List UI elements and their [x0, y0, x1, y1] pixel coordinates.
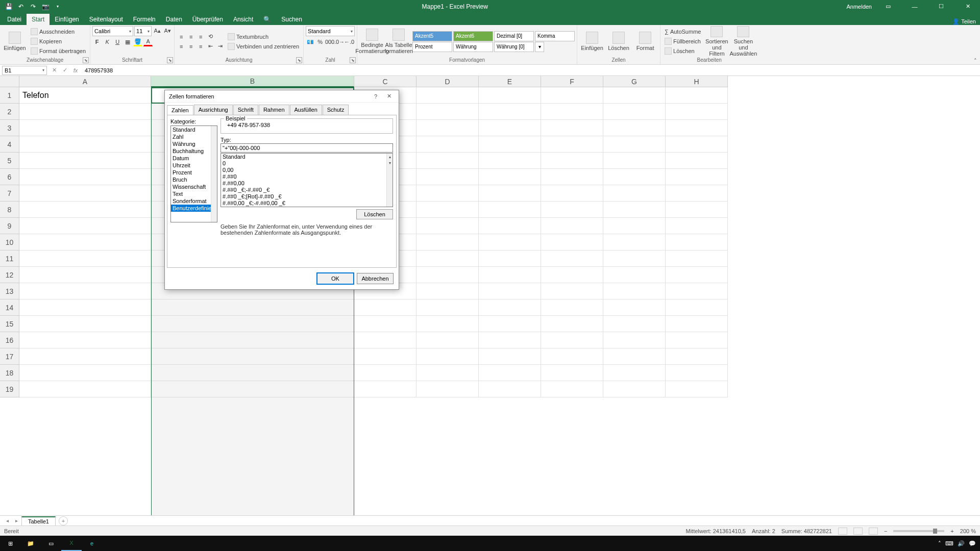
tab-review[interactable]: Überprüfen — [187, 14, 228, 25]
minimize-icon[interactable]: — — [904, 0, 925, 13]
row-header[interactable]: 13 — [0, 283, 19, 299]
category-list[interactable]: StandardZahlWährungBuchhaltungDatumUhrze… — [170, 126, 217, 222]
cell[interactable] — [541, 202, 603, 218]
style-gallery-more-icon[interactable]: ▾ — [535, 42, 544, 52]
cell[interactable] — [541, 365, 603, 381]
cell[interactable] — [541, 185, 603, 202]
cell[interactable] — [416, 218, 479, 234]
cell[interactable] — [479, 87, 541, 104]
cell[interactable] — [19, 169, 151, 185]
category-item[interactable]: Standard — [171, 126, 217, 133]
col-header-F[interactable]: F — [541, 76, 603, 87]
sort-filter-button[interactable]: Sortieren und Filtern — [704, 26, 729, 57]
scroll-up-icon[interactable]: ▴ — [387, 154, 393, 160]
col-header-H[interactable]: H — [666, 76, 728, 87]
style-dezimal[interactable]: Dezimal [0] — [494, 31, 534, 41]
cell[interactable] — [666, 283, 728, 299]
cell[interactable] — [19, 104, 151, 120]
cell[interactable] — [19, 251, 151, 267]
cell[interactable] — [354, 348, 416, 365]
cell[interactable] — [666, 332, 728, 348]
cell[interactable] — [416, 234, 479, 251]
cell[interactable] — [603, 381, 666, 397]
cell[interactable] — [541, 299, 603, 316]
cell[interactable] — [19, 153, 151, 169]
thousands-icon[interactable]: 000 — [325, 37, 334, 46]
cell[interactable] — [541, 316, 603, 332]
cell[interactable] — [479, 185, 541, 202]
zoom-out-icon[interactable]: − — [884, 528, 887, 534]
row-header[interactable]: 1 — [0, 87, 19, 104]
col-header-D[interactable]: D — [416, 76, 479, 87]
cell[interactable] — [19, 332, 151, 348]
cell[interactable] — [603, 169, 666, 185]
cancel-formula-icon[interactable]: ✕ — [49, 66, 59, 75]
cell[interactable] — [666, 185, 728, 202]
collapse-ribbon-icon[interactable]: ˄ — [971, 25, 980, 64]
cell[interactable] — [666, 316, 728, 332]
cell[interactable] — [416, 332, 479, 348]
cell[interactable] — [603, 234, 666, 251]
cell[interactable] — [603, 136, 666, 153]
cell[interactable] — [603, 120, 666, 136]
cell[interactable] — [416, 104, 479, 120]
cell[interactable] — [603, 218, 666, 234]
keyboard-icon[interactable]: ⌨ — [945, 540, 953, 547]
add-sheet-icon[interactable]: + — [59, 516, 68, 525]
page-break-view-icon[interactable] — [869, 528, 878, 535]
cell[interactable] — [479, 136, 541, 153]
cell[interactable] — [416, 365, 479, 381]
type-item[interactable]: #.##0 _€;-#.##0 _€ — [221, 187, 393, 193]
tab-data[interactable]: Daten — [161, 14, 187, 25]
row-header[interactable]: 10 — [0, 234, 19, 251]
dtab-ausfuellen[interactable]: Ausfüllen — [290, 105, 322, 115]
cell[interactable] — [479, 316, 541, 332]
cell[interactable] — [603, 153, 666, 169]
delete-cells-button[interactable]: Löschen — [606, 26, 631, 57]
row-header[interactable]: 15 — [0, 316, 19, 332]
sheet-tab-1[interactable]: Tabelle1 — [21, 516, 56, 525]
cell[interactable] — [19, 218, 151, 234]
tab-file[interactable]: Datei — [2, 14, 27, 25]
dialog-launcher-icon[interactable]: ⬊ — [350, 57, 356, 63]
merge-center-button[interactable]: Verbinden und zentrieren — [226, 42, 301, 51]
row-header[interactable]: 6 — [0, 169, 19, 185]
cell[interactable] — [666, 299, 728, 316]
row-header[interactable]: 4 — [0, 136, 19, 153]
cell[interactable] — [151, 365, 354, 381]
search-icon[interactable]: 🔍 — [258, 14, 276, 25]
cell[interactable] — [354, 332, 416, 348]
ok-button[interactable]: OK — [317, 273, 354, 284]
tab-search[interactable]: Suchen — [276, 14, 307, 25]
cell[interactable] — [479, 365, 541, 381]
cell[interactable] — [354, 365, 416, 381]
tab-view[interactable]: Ansicht — [228, 14, 258, 25]
wrap-text-button[interactable]: Textumbruch — [226, 32, 301, 41]
italic-icon[interactable]: K — [103, 37, 112, 46]
cell[interactable] — [603, 87, 666, 104]
cell[interactable] — [479, 299, 541, 316]
style-akzent6[interactable]: Akzent6 — [453, 31, 493, 41]
conditional-format-button[interactable]: Bedingte Formatierung — [359, 26, 385, 57]
row-header[interactable]: 5 — [0, 153, 19, 169]
cell[interactable] — [541, 267, 603, 283]
camera-icon[interactable]: 📷 — [40, 1, 51, 12]
cancel-button[interactable]: Abbrechen — [357, 273, 394, 284]
cell[interactable] — [151, 348, 354, 365]
cell[interactable] — [19, 381, 151, 397]
cell[interactable] — [416, 202, 479, 218]
undo-icon[interactable]: ↶ — [15, 1, 27, 12]
font-name-combo[interactable]: Calibri▾ — [92, 26, 133, 36]
dtab-schutz[interactable]: Schutz — [323, 105, 349, 115]
row-header[interactable]: 2 — [0, 104, 19, 120]
cell[interactable] — [19, 202, 151, 218]
cell[interactable] — [19, 283, 151, 299]
normal-view-icon[interactable] — [838, 528, 847, 535]
tab-home[interactable]: Start — [27, 14, 50, 25]
dialog-launcher-icon[interactable]: ⬊ — [167, 57, 173, 63]
align-bottom-icon[interactable]: ≡ — [196, 32, 205, 41]
row-header[interactable]: 16 — [0, 332, 19, 348]
cell[interactable] — [479, 267, 541, 283]
row-header[interactable]: 11 — [0, 251, 19, 267]
taskview-icon[interactable]: ▭ — [41, 536, 61, 551]
